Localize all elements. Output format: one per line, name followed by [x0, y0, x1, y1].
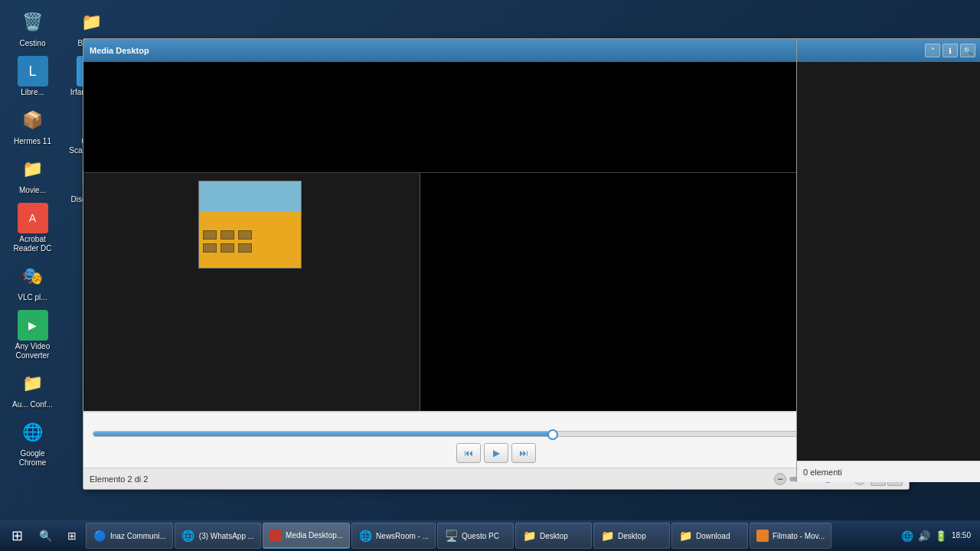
- desktop-icon-anyvideo[interactable]: ▶ Any Video Converter: [4, 307, 61, 364]
- inaz-icon: 🔵: [93, 529, 106, 543]
- taskbar-item-inaz[interactable]: 🔵 Inaz Communi...: [86, 523, 173, 549]
- questo-label: Questo PC: [462, 532, 499, 540]
- window-item: [203, 230, 217, 240]
- title-bar-left: Media Desktop: [90, 46, 149, 55]
- play-button[interactable]: ▶: [484, 443, 508, 463]
- newsroom-label: NewsRoom - ...: [376, 532, 429, 540]
- status-bar: Elemento 2 di 2 − + ⊞ ☰: [83, 468, 909, 489]
- progress-bar[interactable]: [93, 431, 900, 437]
- desktop-icon-auconf[interactable]: 📁 Au... Conf...: [4, 365, 61, 412]
- acrobat-label: Acrobat Reader DC: [7, 235, 58, 253]
- taskbar-item-desktop1[interactable]: 📁 Desktop: [515, 523, 592, 549]
- volume-icon[interactable]: 🔊: [918, 530, 930, 542]
- acrobat-icon: A: [18, 203, 48, 233]
- desktop1-label: Desktop: [540, 532, 568, 540]
- controls-area: 01:08,41 / 01:56,41 ⤢ ⏮ ▶ ⏭: [83, 412, 909, 468]
- file-panel-info[interactable]: ℹ: [942, 44, 958, 57]
- hermes-icon: 📦: [18, 105, 48, 135]
- desktop-icon-chrome[interactable]: 🌐 Google Chrome: [4, 414, 61, 471]
- media-taskbar-label: Media Desktop...: [286, 531, 343, 540]
- desktop-icon-vlc[interactable]: 🎭 VLC pl...: [4, 258, 61, 305]
- file-panel-content: [797, 62, 980, 461]
- download-label: Download: [696, 532, 730, 540]
- download-icon: 📁: [678, 529, 692, 543]
- libre-icon: L: [18, 56, 48, 86]
- desktop-icon-movie[interactable]: 📁 Movie...: [4, 151, 61, 198]
- window-item: [220, 243, 234, 253]
- media-taskbar-icon: [270, 530, 282, 542]
- cestino-label: Cestino: [20, 39, 46, 48]
- taskbar-apps-button[interactable]: ⊞: [60, 523, 84, 548]
- taskbar-items: 🔵 Inaz Communi... 🌐 (3) WhatsApp ... Med…: [86, 523, 893, 549]
- video-panels: [83, 173, 909, 412]
- vlc-icon: 🎭: [18, 261, 48, 292]
- left-video-panel: [83, 173, 420, 411]
- taskbar-item-download[interactable]: 📁 Download: [671, 523, 748, 549]
- time-display: 01:08,41 / 01:56,41 ⤢: [93, 417, 900, 428]
- desktop-icon-hermes[interactable]: 📦 Hermes 11: [4, 102, 61, 149]
- anyvideo-icon: ▶: [18, 310, 48, 341]
- cestino-icon: 🗑️: [18, 7, 48, 37]
- clock-time: 18:50: [952, 530, 971, 541]
- zoom-out-button[interactable]: −: [774, 473, 786, 485]
- file-panel-bottom: 0 elementi: [797, 461, 980, 482]
- auconf-icon: 📁: [18, 368, 48, 399]
- video-thumbnail: [198, 181, 302, 269]
- building-windows: [203, 230, 297, 253]
- desktop2-icon: 📁: [600, 529, 614, 543]
- app-title: Media Desktop: [90, 46, 149, 55]
- window-item: [238, 230, 252, 240]
- taskbar-clock[interactable]: 18:50: [952, 530, 971, 541]
- desktop-icon-cestino[interactable]: 🗑️ Cestino: [4, 4, 61, 51]
- taskbar-item-media[interactable]: Media Desktop...: [263, 523, 350, 549]
- top-panel: [83, 62, 909, 173]
- file-panel-chevron[interactable]: ˅: [925, 44, 940, 57]
- filmato-label: Filmato - Mov...: [773, 532, 825, 540]
- status-text: Elemento 2 di 2: [90, 474, 148, 484]
- playback-controls: ⏮ ▶ ⏭: [93, 443, 900, 463]
- chrome-label: Google Chrome: [7, 449, 58, 468]
- vlc-label: VLC pl...: [18, 293, 47, 302]
- chrome-taskbar-icon: 🌐: [181, 529, 195, 543]
- file-panel-search[interactable]: 🔍: [960, 44, 975, 57]
- file-manager-panel: ˅ ℹ 🔍 0 elementi: [796, 38, 980, 482]
- movie-icon: 📁: [18, 154, 48, 184]
- window-row-2: [203, 243, 297, 253]
- start-button[interactable]: ⊞: [3, 523, 31, 548]
- elements-count: 0 elementi: [803, 468, 842, 477]
- desktop-icon-acrobat[interactable]: A Acrobat Reader DC: [4, 200, 61, 256]
- taskbar-item-questo[interactable]: 🖥️ Questo PC: [437, 523, 514, 549]
- video-thumb-content: [199, 181, 301, 268]
- sky-area: [199, 181, 301, 216]
- prev-button[interactable]: ⏮: [456, 443, 481, 463]
- main-content: 01:08,41 / 01:56,41 ⤢ ⏮ ▶ ⏭: [83, 62, 909, 468]
- window-item: [238, 243, 252, 253]
- auconf-label: Au... Conf...: [12, 400, 53, 409]
- progress-thumb[interactable]: [547, 429, 558, 440]
- building-yellow: [199, 212, 301, 268]
- taskbar-item-newsroom[interactable]: 🌐 NewsRoom - ...: [351, 523, 436, 549]
- chrome-taskbar-label: (3) WhatsApp ...: [199, 532, 254, 540]
- desktop2-label: Desktop: [618, 532, 646, 540]
- taskbar-search-button[interactable]: 🔍: [32, 523, 58, 548]
- app-window: Media Desktop _ ˅ ✕: [83, 38, 910, 490]
- taskbar-item-desktop2[interactable]: 📁 Desktop: [593, 523, 670, 549]
- bozza-icon: 📁: [77, 7, 107, 37]
- movie-label: Movie...: [19, 186, 46, 195]
- desktop-icon-libre[interactable]: L Libre...: [4, 53, 61, 100]
- network-icon[interactable]: 🌐: [901, 530, 913, 542]
- taskbar-item-filmato[interactable]: Filmato - Mov...: [750, 523, 831, 549]
- taskbar: ⊞ 🔍 ⊞ 🔵 Inaz Communi... 🌐 (3) WhatsApp .…: [0, 520, 980, 551]
- desktop: 🗑️ Cestino L Libre... 📦 Hermes 11 📁 Movi…: [0, 0, 980, 551]
- filmato-icon: [756, 530, 769, 542]
- desktop1-icon: 📁: [522, 529, 536, 543]
- next-button[interactable]: ⏭: [511, 443, 536, 463]
- taskbar-system: 🌐 🔊 🔋 18:50: [895, 530, 977, 542]
- taskbar-item-chrome[interactable]: 🌐 (3) WhatsApp ...: [175, 523, 261, 549]
- progress-fill: [93, 432, 553, 436]
- desktop-icons-container: 🗑️ Cestino L Libre... 📦 Hermes 11 📁 Movi…: [0, 0, 77, 490]
- file-panel-header: ˅ ℹ 🔍: [797, 39, 980, 62]
- chrome-icon: 🌐: [18, 417, 48, 448]
- title-bar: Media Desktop _ ˅ ✕: [83, 39, 909, 62]
- battery-icon[interactable]: 🔋: [935, 530, 947, 542]
